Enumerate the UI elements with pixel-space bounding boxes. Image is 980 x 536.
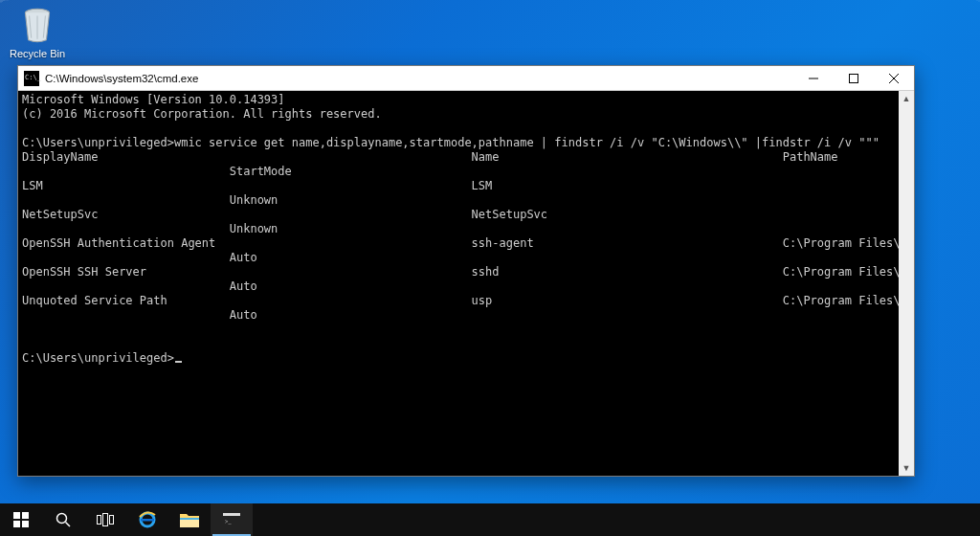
ie-icon [138, 510, 157, 529]
cmd-icon [24, 71, 39, 86]
taskbar: >_ [0, 503, 980, 536]
svg-rect-11 [141, 519, 154, 522]
svg-rect-8 [103, 514, 108, 526]
folder-icon [180, 512, 199, 527]
maximize-button[interactable] [834, 66, 874, 91]
scrollbar[interactable]: ▲ ▼ [899, 91, 914, 476]
svg-point-6 [57, 514, 67, 524]
recycle-bin[interactable]: Recycle Bin [6, 6, 69, 59]
recycle-bin-label: Recycle Bin [6, 48, 69, 59]
svg-rect-2 [13, 512, 20, 519]
svg-rect-5 [22, 521, 29, 527]
svg-rect-9 [110, 516, 114, 525]
scroll-up-button[interactable]: ▲ [899, 91, 914, 106]
svg-rect-15 [223, 513, 240, 516]
svg-rect-3 [22, 512, 29, 519]
svg-rect-4 [13, 521, 20, 527]
start-button[interactable] [0, 503, 42, 536]
svg-rect-13 [180, 518, 199, 520]
svg-text:>_: >_ [225, 519, 232, 525]
taskview-icon [97, 513, 114, 526]
minimize-button[interactable] [793, 66, 834, 91]
cursor [175, 361, 182, 363]
search-button[interactable] [42, 503, 84, 536]
recycle-bin-icon [17, 6, 57, 46]
svg-rect-1 [850, 74, 858, 82]
console-output[interactable]: Microsoft Windows [Version 10.0.14393] (… [18, 91, 899, 476]
search-icon [56, 512, 71, 527]
svg-rect-7 [98, 516, 101, 525]
taskview-button[interactable] [84, 503, 126, 536]
close-button[interactable] [874, 66, 914, 91]
window-title: C:\Windows\system32\cmd.exe [45, 73, 793, 84]
cmd-taskbar-icon: >_ [223, 513, 240, 526]
taskbar-ie[interactable] [126, 503, 168, 536]
taskbar-file-explorer[interactable] [168, 503, 211, 536]
prompt: C:\Users\unprivileged> [22, 351, 174, 365]
titlebar[interactable]: C:\Windows\system32\cmd.exe [18, 66, 914, 91]
cmd-window[interactable]: C:\Windows\system32\cmd.exe Microsoft Wi… [17, 65, 915, 477]
scroll-down-button[interactable]: ▼ [899, 460, 914, 476]
taskbar-cmd[interactable]: >_ [211, 503, 253, 536]
windows-logo-icon [13, 512, 29, 527]
